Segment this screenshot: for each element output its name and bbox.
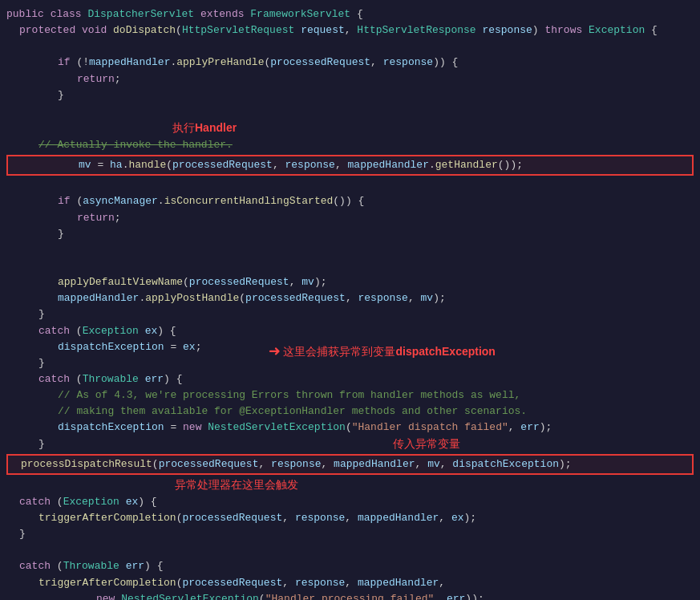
param-request: request [301,22,345,39]
cn-label-pass-exception: 传入异常变量 [393,437,460,450]
line-dispatch-ex-code: dispatchException = ex; [0,339,214,355]
line-blank2 [0,103,700,120]
line-triggerafter2b: new NestedServletException("Handler proc… [0,591,700,600]
annotation-dispatch-exception: ➜ 这里会捕获异常到变量dispatchException [269,338,496,367]
type-exception: Exception [589,22,645,39]
kw-public: public [6,6,44,22]
highlighted-handle-line: mv = ha.handle(processedRequest, respons… [6,155,694,176]
line-applydefaultview: applyDefaultViewName(processedRequest, m… [0,274,700,290]
line-method-decl: protected void doDispatch(HttpServletReq… [0,22,700,39]
line-return1: return; [0,71,700,87]
line-close-outer-catch1: } [0,526,700,542]
type-httprequest: HttpServletRequest [182,22,294,39]
line-if-applyprehandle: if (!mappedHandler.applyPreHandle(proces… [0,55,700,71]
cn-label-dispatch-ex: 这里会捕获异常到变量dispatchException [283,343,495,361]
fn-dodispatch: doDispatch [113,22,176,39]
kw-protected: protected [19,22,75,39]
line-applyposthandle: mappedHandler.applyPostHandle(processedR… [0,290,700,306]
annotation-execute-handler: 执行Handler [0,120,700,137]
line-comment-asof1: // As of 4.3, we're processing Errors th… [0,387,700,403]
type-httpresponse: HttpServletResponse [357,22,475,39]
line-close-catch2-with-annotation: } 传入异常变量 [0,436,700,452]
kw-class: class [51,6,82,22]
line-catch-exception2: catch (Exception ex) { [0,494,700,510]
line-blank5 [0,258,700,274]
kw-void: void [82,22,107,39]
line-comment-asof2: // making them available for @ExceptionH… [0,403,700,420]
annotation-pass-exception: 传入异常变量 [393,436,460,453]
line-comment-invoke: // Actually invoke the handler. [0,137,700,153]
line-class-decl: public class DispatcherServlet extends F… [0,6,700,22]
line-if-async: if (asyncManager.isConcurrentHandlingSta… [0,193,700,209]
arrow-icon: ➜ [269,338,280,367]
line-blank4 [0,242,700,258]
line-catch-exception: catch (Exception ex) { [0,323,700,339]
line-blank3 [0,177,700,193]
line-close-try: } [0,306,700,322]
highlighted-processdispatch-line: processDispatchResult(processedRequest, … [6,454,694,475]
kw-throws: throws [544,22,582,39]
line-return2: return; [0,210,700,226]
code-container: public class DispatcherServlet extends F… [0,0,700,600]
cn-label-trigger: 异常处理器在这里会触发 [175,476,298,494]
line-dispatch-exception: dispatchException = ex; ➜ 这里会捕获异常到变量disp… [0,339,700,355]
cls-framework: FrameworkServlet [250,6,350,22]
code-block: public class DispatcherServlet extends F… [0,0,700,600]
cls-dispatcher: DispatcherServlet [87,6,194,22]
line-catch-throwable2: catch (Throwable err) { [0,558,700,574]
line-triggerafter1: triggerAfterCompletion(processedRequest,… [0,510,700,526]
line-nested-exception: dispatchException = new NestedServletExc… [0,420,700,436]
line-close-catch2: } [0,436,58,452]
line-close-async: } [0,226,700,242]
annotation-exception-handler-trigger: 异常处理器在这里会触发 [0,476,700,494]
line-catch-throwable: catch (Throwable err) { [0,371,700,387]
line-triggerafter2a: triggerAfterCompletion(processedRequest,… [0,575,700,591]
cn-label-execute-handler: 执行Handler [172,120,237,137]
line-blank6 [0,542,700,558]
param-response: response [482,22,532,39]
line-blank1 [0,39,700,55]
line-close-if1: } [0,87,700,103]
kw-extends: extends [200,6,245,22]
